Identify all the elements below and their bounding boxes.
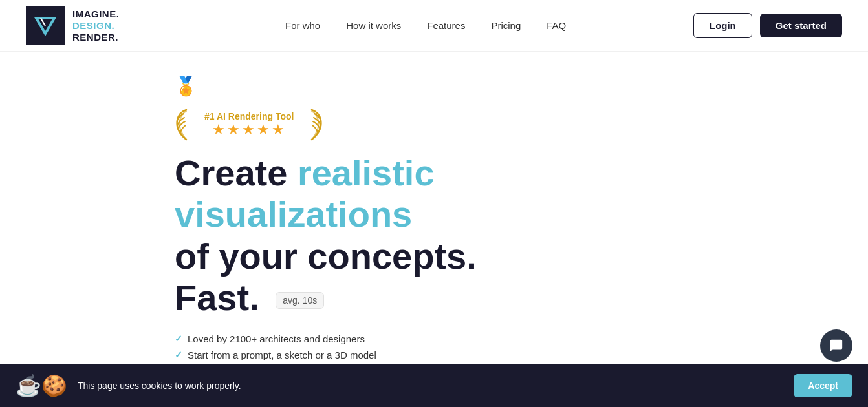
bullet-text-2: Start from a prompt, a sketch or a 3D mo… [188,350,376,360]
award-title: #1 AI Rendering Tool [204,111,294,121]
nav-links: For who How it works Features Pricing FA… [158,20,693,31]
avg-badge: avg. 10s [276,292,324,309]
hero-heading-part1: Create [175,152,298,193]
chat-button[interactable] [820,329,852,362]
logo[interactable]: IMAGINE. DESIGN. RENDER. [26,6,119,45]
cookie-icon: ☕🍪 [16,373,67,398]
bullet-item-1: ✓ Loved by 2100+ architects and designer… [175,333,517,344]
navbar: IMAGINE. DESIGN. RENDER. For who How it … [0,0,868,52]
hero-heading: Create realistic visualizations of your … [175,152,517,319]
accept-cookie-button[interactable]: Accept [794,374,852,397]
nav-link-pricing[interactable]: Pricing [491,20,521,31]
get-started-nav-button[interactable]: Get started [760,14,842,37]
check-icon-2: ✓ [175,350,182,360]
login-button[interactable]: Login [693,13,752,38]
award-badge: 🏅 [175,78,202,96]
bullet-item-2: ✓ Start from a prompt, a sketch or a 3D … [175,350,517,360]
laurel-right-icon [300,109,323,141]
cookie-text: This page uses cookies to work properly. [78,381,783,391]
logo-text: IMAGINE. DESIGN. RENDER. [72,8,119,43]
hero-heading-part2: of your concepts. Fast. [175,236,477,318]
bullet-text-1: Loved by 2100+ architects and designers [188,333,365,344]
nav-link-how-it-works[interactable]: How it works [346,20,401,31]
nav-actions: Login Get started [693,13,842,38]
laurel-left-icon: 🏅 [175,78,197,96]
award-section: #1 AI Rendering Tool ★★★★★ [175,109,517,141]
nav-link-faq[interactable]: FAQ [547,20,566,31]
stars: ★★★★★ [204,121,294,138]
check-icon-1: ✓ [175,333,182,344]
logo-icon [26,6,65,45]
cookie-banner: ☕🍪 This page uses cookies to work proper… [0,364,868,407]
laurel-left-icon [175,109,198,141]
nav-link-for-who[interactable]: For who [285,20,320,31]
nav-link-features[interactable]: Features [427,20,465,31]
chat-icon [829,339,843,353]
main-content: 🏅 #1 AI Rendering Tool ★★★★★ Cre [0,52,517,407]
